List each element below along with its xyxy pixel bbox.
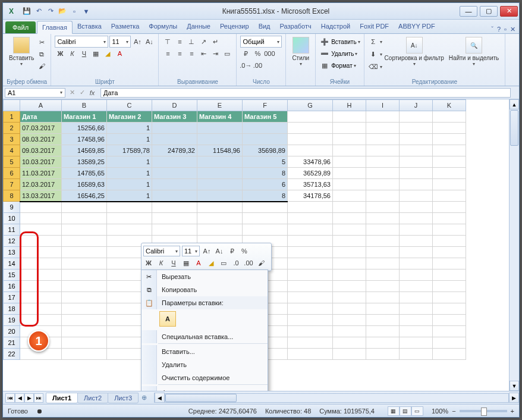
close-button[interactable]: ✕: [500, 6, 518, 17]
cell-I2[interactable]: [366, 123, 400, 134]
col-header-K[interactable]: K: [433, 100, 466, 111]
cell-H11[interactable]: [333, 224, 366, 236]
mini-italic-button[interactable]: К: [156, 258, 166, 268]
cell-H1[interactable]: [333, 111, 366, 123]
sheet-nav-next[interactable]: ▶: [24, 393, 34, 403]
cell-E8[interactable]: [197, 190, 243, 202]
mini-shrink-font-icon[interactable]: A↓: [214, 246, 225, 256]
cell-I11[interactable]: [366, 224, 400, 236]
cell-I17[interactable]: [366, 292, 400, 303]
tab-Разработч[interactable]: Разработч: [275, 20, 316, 33]
cell-H8[interactable]: [333, 190, 366, 202]
file-tab[interactable]: Файл: [5, 21, 36, 33]
delete-cells-button[interactable]: Удалить: [331, 51, 354, 57]
cell-C2[interactable]: 1: [107, 123, 152, 134]
cell-K11[interactable]: [433, 224, 466, 236]
view-layout-button[interactable]: ▤: [400, 406, 411, 416]
paste-button[interactable]: Вставить ▾: [7, 36, 36, 78]
cell-F8[interactable]: 8: [243, 190, 288, 202]
cell-J16[interactable]: [400, 281, 433, 292]
confirm-formula-icon[interactable]: ✓: [80, 89, 85, 96]
cell-C6[interactable]: 1: [107, 168, 152, 179]
menu-clear-contents[interactable]: Очистить содержимое: [141, 371, 268, 384]
cell-B9[interactable]: [62, 202, 107, 213]
sheet-tab-Лист1[interactable]: Лист1: [46, 393, 78, 403]
cell-F7[interactable]: 6: [243, 179, 288, 190]
cell-B22[interactable]: [62, 349, 107, 360]
cell-C10[interactable]: [107, 213, 152, 224]
cell-H17[interactable]: [333, 292, 366, 303]
cell-G13[interactable]: [288, 247, 333, 258]
cell-K8[interactable]: [433, 190, 466, 202]
menu-insert[interactable]: Вставить...: [141, 345, 268, 358]
row-header-6[interactable]: 6: [4, 168, 20, 179]
currency-icon[interactable]: ₽: [240, 48, 251, 59]
cell-K5[interactable]: [433, 156, 466, 168]
cell-K15[interactable]: [433, 269, 466, 281]
cell-B17[interactable]: [62, 292, 107, 303]
cell-D7[interactable]: [152, 179, 197, 190]
cell-I19[interactable]: [366, 315, 400, 326]
cell-A3[interactable]: 08.03.2017: [20, 134, 62, 145]
new-icon[interactable]: ▫: [70, 7, 79, 16]
cell-A8[interactable]: 13.03.2017: [20, 190, 62, 202]
row-header-14[interactable]: 14: [4, 258, 20, 269]
close-workbook-icon[interactable]: ✕: [510, 26, 515, 33]
cell-E3[interactable]: [197, 134, 243, 145]
cell-A6[interactable]: 11.03.2017: [20, 168, 62, 179]
zoom-slider[interactable]: [460, 410, 507, 412]
cell-K18[interactable]: [433, 303, 466, 315]
row-header-22[interactable]: 22: [4, 349, 20, 360]
wrap-text-icon[interactable]: ↵: [210, 36, 221, 47]
undo-icon[interactable]: ↶: [34, 7, 43, 16]
italic-button[interactable]: К: [67, 48, 77, 59]
clear-icon[interactable]: ⌫: [368, 61, 379, 72]
col-header-I[interactable]: I: [366, 100, 400, 111]
cell-F11[interactable]: [243, 224, 288, 236]
cell-C11[interactable]: [107, 224, 152, 236]
cell-J13[interactable]: [400, 247, 433, 258]
insert-cells-button[interactable]: Вставить: [331, 39, 356, 45]
new-sheet-button[interactable]: ⊕: [138, 394, 150, 402]
menu-paste-special[interactable]: Специальная вставка...: [141, 330, 268, 343]
cell-J12[interactable]: [400, 236, 433, 247]
cell-G22[interactable]: [288, 349, 333, 360]
cell-G5[interactable]: 33478,96: [288, 156, 333, 168]
minimize-ribbon-icon[interactable]: ˇ: [491, 26, 493, 33]
row-header-11[interactable]: 11: [4, 224, 20, 236]
cell-H4[interactable]: [333, 145, 366, 156]
cell-I16[interactable]: [366, 281, 400, 292]
cell-A9[interactable]: [20, 202, 62, 213]
mini-currency-icon[interactable]: ₽: [227, 246, 237, 256]
cell-A12[interactable]: [20, 236, 62, 247]
minimize-button[interactable]: —: [460, 6, 477, 17]
font-name-selector[interactable]: Calibri▾: [55, 36, 108, 48]
qat-dropdown-icon[interactable]: ▼: [81, 7, 91, 16]
horizontal-scrollbar[interactable]: [165, 393, 509, 403]
cell-I6[interactable]: [366, 168, 400, 179]
cell-I3[interactable]: [366, 134, 400, 145]
row-header-20[interactable]: 20: [4, 326, 20, 337]
cell-E6[interactable]: [197, 168, 243, 179]
cell-G6[interactable]: 36529,89: [288, 168, 333, 179]
cell-J19[interactable]: [400, 315, 433, 326]
cell-D2[interactable]: [152, 123, 197, 134]
inc-decimal-icon[interactable]: .0→: [240, 60, 251, 71]
indent-inc-icon[interactable]: ⇥: [210, 48, 221, 59]
cell-H13[interactable]: [333, 247, 366, 258]
col-header-J[interactable]: J: [400, 100, 433, 111]
cell-B3[interactable]: 17458,96: [62, 134, 107, 145]
cell-E5[interactable]: [197, 156, 243, 168]
sheet-nav-last[interactable]: ⏭: [34, 393, 43, 403]
paste-option-default[interactable]: A: [159, 311, 176, 327]
restore-workbook-icon[interactable]: ▫: [504, 26, 507, 33]
cut-icon[interactable]: ✂: [36, 37, 47, 48]
cell-E7[interactable]: [197, 179, 243, 190]
cell-B7[interactable]: 16589,63: [62, 179, 107, 190]
zoom-out-button[interactable]: −: [452, 408, 455, 415]
cell-K17[interactable]: [433, 292, 466, 303]
comma-icon[interactable]: 000: [264, 48, 275, 59]
mini-underline-button[interactable]: Ч: [168, 258, 179, 268]
cell-K20[interactable]: [433, 326, 466, 337]
cell-A19[interactable]: [20, 315, 62, 326]
